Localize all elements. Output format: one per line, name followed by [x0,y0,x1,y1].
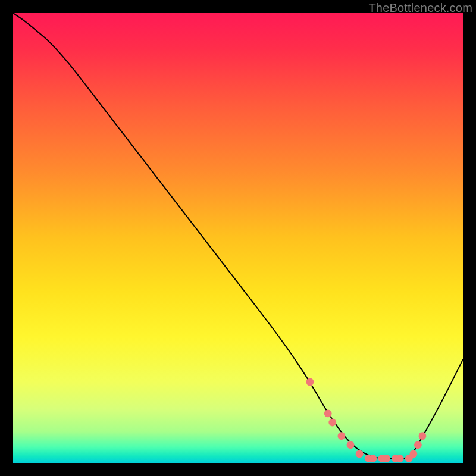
highlight-dot [369,455,377,462]
highlight-dot [396,455,404,462]
highlight-dot [337,432,345,440]
figure: TheBottleneck.com [0,0,476,476]
gradient-background [13,13,463,463]
highlight-dot [306,378,314,386]
highlight-dot [328,419,336,427]
highlight-dot [409,450,417,458]
highlight-dot [324,409,332,417]
highlight-dot [356,450,364,458]
highlight-dot [419,432,427,440]
plot-area [13,13,463,463]
highlight-dot [347,441,355,449]
highlight-dot [414,441,422,449]
highlight-dot [383,455,390,462]
